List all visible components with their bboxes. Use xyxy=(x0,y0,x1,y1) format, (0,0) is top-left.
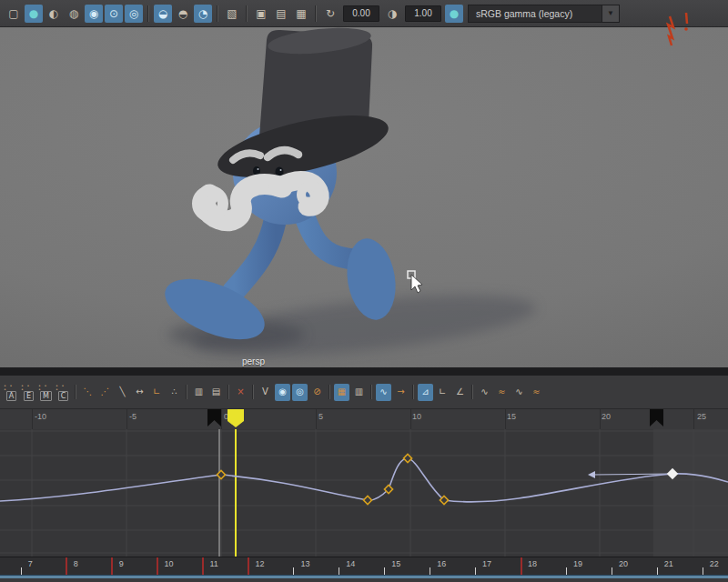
frame-number: 9 xyxy=(119,559,124,568)
shadows-icon[interactable]: ◎ xyxy=(125,5,143,23)
move-nearest-picked-icon[interactable]: ↔ xyxy=(132,384,147,401)
textured-display-icon[interactable]: ◉ xyxy=(85,5,103,23)
flat-shade-icon[interactable]: ◐ xyxy=(45,5,63,23)
graph-editor-time-ruler[interactable]: -10-50510152025 xyxy=(0,409,728,430)
mute-channel-icon[interactable]: → xyxy=(393,384,409,401)
frame-number: 11 xyxy=(210,559,218,568)
playhead-marker[interactable] xyxy=(228,409,244,427)
frame-playback-range-icon[interactable]: ▤ xyxy=(208,384,224,401)
motion-blur-icon[interactable]: ◓ xyxy=(174,5,192,23)
wireframe-on-shaded-icon[interactable]: ◍ xyxy=(65,5,83,23)
frame-number: 19 xyxy=(573,559,582,568)
tangent-handle-arrow[interactable] xyxy=(588,471,595,478)
toolbar-separator xyxy=(329,385,330,399)
unify-tangents-icon[interactable]: ◉ xyxy=(275,384,290,401)
frame-tick xyxy=(566,567,567,575)
playback-range-end-marker[interactable] xyxy=(650,409,663,426)
keyframe[interactable] xyxy=(217,470,225,478)
frame-tick xyxy=(703,567,703,575)
smooth-shade-icon[interactable]: ● xyxy=(25,5,43,23)
isolate-select-icon[interactable]: ▧ xyxy=(223,5,241,23)
gamma-reset-icon[interactable]: ◑ xyxy=(383,5,401,23)
playback-range-start-marker[interactable] xyxy=(207,409,221,426)
frame-tick xyxy=(430,567,430,575)
screen-space-ao-icon[interactable]: ◒ xyxy=(154,5,172,23)
timeline-keyframe-tick[interactable] xyxy=(157,557,158,576)
retime-tool-icon[interactable]: ∟ xyxy=(149,384,165,401)
outside-range-shading xyxy=(653,429,728,557)
region-tool-icon[interactable]: ∴ xyxy=(167,384,182,401)
exposure-field[interactable]: 0.00 xyxy=(343,5,379,22)
timeline-keyframe-tick[interactable] xyxy=(111,557,113,576)
pre-infinity-cycle-icon[interactable]: ∿ xyxy=(477,384,492,401)
frame-number: 10 xyxy=(165,559,174,568)
toolbar-separator xyxy=(147,5,149,22)
toolbar-separator xyxy=(412,385,414,399)
post-infinity-cycle-offset-icon[interactable]: ≈ xyxy=(529,384,544,401)
panel-divider[interactable] xyxy=(0,367,728,376)
frame-number: 17 xyxy=(482,559,491,568)
time-slider[interactable]: 78910111213141516171819202122 xyxy=(0,557,728,576)
free-tangent-weight-icon[interactable]: ◎ xyxy=(292,384,308,401)
red-ink-annotation xyxy=(657,7,712,51)
frame-number: 22 xyxy=(710,559,719,568)
time-snap-icon[interactable]: ▦ xyxy=(334,384,349,401)
break-tangents-icon[interactable]: V xyxy=(258,384,273,401)
frame-tick xyxy=(21,567,22,575)
add-keys-icon[interactable]: ⋰ xyxy=(97,384,113,401)
template-channel-icon[interactable]: ∿ xyxy=(376,384,391,401)
frame-number: 20 xyxy=(619,559,628,568)
timeline-keyframe-tick[interactable] xyxy=(202,557,204,576)
exposure-reset-icon[interactable]: ↻ xyxy=(321,5,339,23)
insert-keys-icon[interactable]: ⋱ xyxy=(80,384,96,401)
timeline-keyframe-tick[interactable] xyxy=(66,557,67,576)
view-transform-dropdown[interactable]: sRGB gamma (legacy) xyxy=(468,5,602,23)
texture-view-icon[interactable]: ▤ xyxy=(272,5,290,23)
frame-tick xyxy=(384,567,385,575)
timeline-keyframe-tick[interactable] xyxy=(248,557,249,576)
frame-tick xyxy=(612,567,612,575)
bottom-strip xyxy=(0,578,728,582)
frame-tick xyxy=(657,567,658,575)
frame-number: 14 xyxy=(346,559,355,568)
clamped-tangent-icon[interactable]: • • •M xyxy=(38,384,54,401)
frame-number: 15 xyxy=(391,559,400,568)
graph-editor-canvas[interactable] xyxy=(0,429,728,557)
spline-tangent-icon[interactable]: • • •E xyxy=(21,384,36,401)
maya-window: ▢●◐◍◉⊙◎◒◓◔▧▣▤▦↻ 0.00 ◑ 1.00 ● sRGB gamma… xyxy=(0,0,728,582)
pre-infinity-linear-icon[interactable]: ∟ xyxy=(435,384,450,401)
lattice-deform-keys-icon[interactable]: ╲ xyxy=(115,384,130,401)
timeline-keyframe-tick[interactable] xyxy=(521,557,522,576)
pre-infinity-cycle-offset-icon[interactable]: ≈ xyxy=(494,384,510,401)
camera-name-label[interactable]: persp xyxy=(242,356,265,366)
use-all-lights-icon[interactable]: ⊙ xyxy=(105,5,123,23)
frame-number: 7 xyxy=(28,559,33,568)
character-top-hat xyxy=(212,27,393,190)
post-infinity-linear-icon[interactable]: ∠ xyxy=(452,384,468,401)
frame-tick xyxy=(339,567,339,575)
frame-number: 21 xyxy=(664,559,673,568)
dropdown-arrow-icon[interactable]: ▼ xyxy=(602,5,620,23)
frame-all-icon[interactable]: ▥ xyxy=(191,384,207,401)
resolution-gate-icon[interactable]: ▦ xyxy=(292,5,310,23)
character-3d-model[interactable] xyxy=(157,27,401,352)
stepped-tangent-icon[interactable]: • • •C xyxy=(56,384,71,401)
viewport-panel[interactable]: persp xyxy=(0,27,728,367)
mouse-cursor xyxy=(408,271,422,293)
isolate-curve-icon[interactable]: ⊿ xyxy=(418,384,433,401)
wireframe-cube-icon[interactable]: ▢ xyxy=(5,5,23,23)
lock-tangent-weight-icon[interactable]: ⊘ xyxy=(309,384,325,401)
keyframe[interactable] xyxy=(363,496,371,504)
toolbar-separator xyxy=(228,385,229,399)
toolbar-separator xyxy=(252,385,254,399)
value-snap-icon[interactable]: ▥ xyxy=(351,384,367,401)
auto-tangent-icon[interactable]: • • •A xyxy=(4,384,19,401)
gamma-field[interactable]: 1.00 xyxy=(405,5,441,22)
post-infinity-cycle-icon[interactable]: ∿ xyxy=(511,384,527,401)
anti-aliasing-icon[interactable]: ◔ xyxy=(194,5,212,23)
image-plane-icon[interactable]: ▣ xyxy=(252,5,270,23)
color-management-icon[interactable]: ● xyxy=(445,5,463,23)
viewport-toolbar: ▢●◐◍◉⊙◎◒◓◔▧▣▤▦↻ 0.00 ◑ 1.00 ● sRGB gamma… xyxy=(0,0,728,27)
toolbar-separator xyxy=(217,5,218,22)
center-current-time-icon[interactable]: × xyxy=(233,384,248,401)
